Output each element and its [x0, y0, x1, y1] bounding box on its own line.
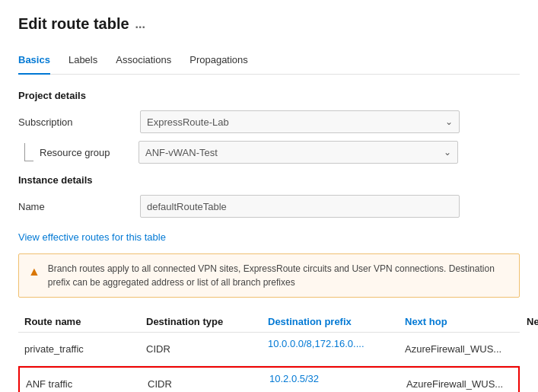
table-header: Route name Destination type Destination …: [18, 311, 520, 333]
project-details-title: Project details: [18, 90, 520, 101]
ellipsis-menu-icon[interactable]: ...: [135, 18, 145, 31]
subscription-row: Subscription ExpressRoute-Lab ⌄: [18, 110, 520, 133]
row1-dest-type: CIDR: [146, 343, 268, 355]
row1-route-name: private_traffic: [24, 343, 146, 355]
warning-triangle-icon: ▲: [28, 263, 40, 289]
header-route-name: Route name: [24, 316, 146, 327]
tab-basics[interactable]: Basics: [18, 48, 50, 75]
resource-group-dropdown[interactable]: ANF-vWAN-Test ⌄: [138, 141, 458, 164]
row1-dest-prefix: 10.0.0.0/8,172.16.0....: [268, 338, 405, 349]
tabs-nav: Basics Labels Associations Propagations: [18, 48, 520, 75]
table-row[interactable]: ANF traffic CIDR 10.2.0.5/32 AzureFirewa…: [18, 366, 520, 392]
name-value: defaultRouteTable: [147, 201, 227, 212]
warning-text: Branch routes apply to all connected VPN…: [48, 262, 510, 289]
row2-dest-prefix: 10.2.0.5/32: [269, 373, 406, 384]
project-details-section: Project details Subscription ExpressRout…: [18, 90, 520, 164]
table-row[interactable]: private_traffic CIDR 10.0.0.0/8,172.16.0…: [18, 333, 520, 366]
instance-details-title: Instance details: [18, 174, 520, 186]
subscription-dropdown-arrow: ⌄: [445, 116, 453, 127]
name-row: Name defaultRouteTable: [18, 195, 520, 218]
page-title: Edit route table ...: [18, 15, 520, 33]
indent-connector: [24, 143, 33, 161]
title-text: Edit route table: [18, 15, 129, 33]
resource-group-label: Resource group: [40, 147, 138, 158]
resource-group-value: ANF-vWAN-Test: [145, 147, 218, 158]
subscription-dropdown[interactable]: ExpressRoute-Lab ⌄: [140, 110, 460, 133]
row2-next-hop: AzureFirewall_WUS...: [406, 378, 528, 390]
tab-associations[interactable]: Associations: [116, 48, 171, 75]
subscription-value: ExpressRoute-Lab: [147, 116, 229, 128]
view-effective-routes-link[interactable]: View effective routes for this table: [18, 231, 166, 243]
header-dest-type: Destination type: [146, 316, 268, 327]
header-next-hop-ip: Next Hop IP: [527, 316, 538, 327]
row2-dest-type: CIDR: [148, 378, 269, 390]
subscription-label: Subscription: [18, 116, 140, 128]
name-field: defaultRouteTable: [140, 195, 460, 218]
resource-group-row: Resource group ANF-vWAN-Test ⌄: [18, 141, 520, 164]
row1-next-hop: AzureFirewall_WUS...: [405, 343, 527, 355]
header-dest-prefix: Destination prefix: [268, 316, 405, 327]
instance-details-section: Instance details Name defaultRouteTable: [18, 174, 520, 218]
routes-table: Route name Destination type Destination …: [18, 311, 520, 392]
name-label: Name: [18, 201, 140, 212]
tab-propagations[interactable]: Propagations: [189, 48, 248, 75]
resource-group-dropdown-arrow: ⌄: [444, 147, 451, 158]
header-next-hop: Next hop: [405, 316, 527, 327]
warning-box: ▲ Branch routes apply to all connected V…: [18, 253, 520, 298]
row2-route-name: ANF traffic: [26, 378, 148, 390]
tab-labels[interactable]: Labels: [68, 48, 97, 75]
